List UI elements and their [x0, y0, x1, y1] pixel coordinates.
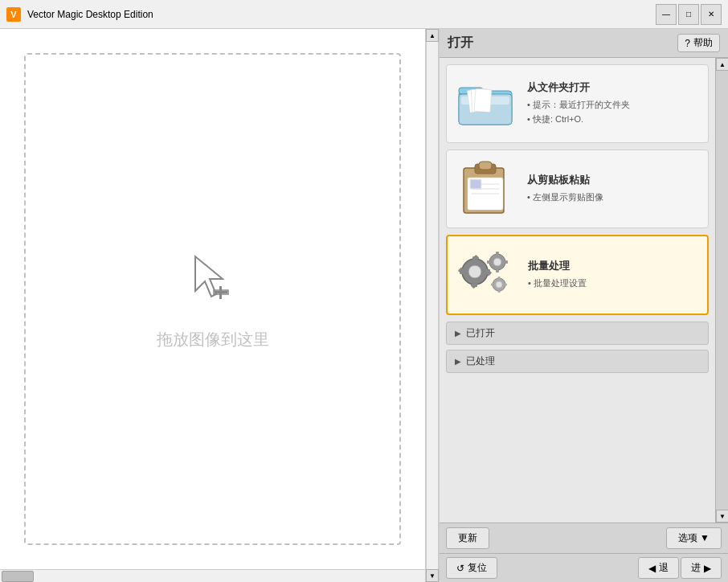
svg-point-33 [493, 258, 501, 266]
options-button[interactable]: 选项 ▼ [666, 527, 722, 549]
opened-arrow: ▶ [455, 329, 461, 338]
main-layout: 拖放图像到这里 ▲ ▼ 打开 ? 帮助 [0, 29, 728, 582]
batch-card[interactable]: 批量处理 批量处理设置 [446, 235, 709, 315]
undo-button[interactable]: ↺ 复位 [446, 557, 497, 579]
nav-back-forward: ◀ 退 进 ▶ [638, 557, 722, 579]
opened-section[interactable]: ▶ 已打开 [446, 322, 709, 345]
opened-label: 已打开 [466, 326, 495, 340]
folder-icon [453, 72, 517, 136]
window-controls: — □ ✕ [656, 4, 722, 25]
drop-text: 拖放图像到这里 [157, 329, 269, 350]
minimize-button[interactable]: — [656, 4, 677, 25]
window-title: Vector Magic Desktop Edition [27, 9, 656, 20]
svg-rect-34 [496, 252, 499, 255]
processed-section[interactable]: ▶ 已处理 [446, 350, 709, 373]
left-panel: 拖放图像到这里 [0, 29, 426, 582]
update-button[interactable]: 更新 [446, 527, 489, 549]
maximize-button[interactable]: □ [678, 4, 699, 25]
svg-rect-37 [505, 260, 508, 264]
processed-arrow: ▶ [455, 357, 461, 366]
undo-group: ↺ 复位 [446, 557, 497, 579]
batch-desc: 批量处理设置 [528, 277, 701, 291]
paste-clipboard-card[interactable]: 从剪贴板粘贴 左侧显示剪贴图像 [446, 150, 709, 228]
question-icon: ? [685, 38, 690, 49]
scroll-down-btn[interactable]: ▼ [426, 569, 439, 582]
bottom-bar: 更新 选项 ▼ [440, 523, 728, 553]
v-scroll-divider: ▲ ▼ [426, 29, 439, 582]
right-content: 从文件夹打开 提示：最近打开的文件夹 快捷: Ctrl+O. [440, 58, 715, 523]
svg-text:V: V [10, 10, 17, 19]
svg-rect-4 [219, 286, 222, 299]
opened-header: ▶ 已打开 [447, 322, 708, 344]
panel-title: 打开 [448, 35, 473, 51]
svg-rect-42 [491, 284, 493, 286]
right-scroll-outer: 从文件夹打开 提示：最近打开的文件夹 快捷: Ctrl+O. [440, 58, 728, 523]
processed-label: 已处理 [466, 355, 495, 368]
forward-button[interactable]: 进 ▶ [681, 557, 722, 579]
scroll-up-btn[interactable]: ▲ [426, 29, 439, 42]
drop-area[interactable]: 拖放图像到这里 [24, 53, 401, 545]
nav-bar: ↺ 复位 ◀ 退 进 ▶ [440, 553, 728, 582]
svg-rect-36 [487, 260, 490, 264]
svg-point-39 [496, 281, 502, 288]
svg-point-23 [468, 265, 481, 278]
close-button[interactable]: ✕ [701, 4, 722, 25]
panel-header: 打开 ? 帮助 [440, 29, 728, 58]
forward-icon: ▶ [704, 563, 711, 574]
back-icon: ◀ [648, 563, 656, 574]
h-scrollbar[interactable] [0, 569, 425, 582]
title-bar: V Vector Magic Desktop Edition — □ ✕ [0, 0, 728, 29]
svg-rect-21 [471, 180, 481, 188]
scrollbar-down-btn[interactable]: ▼ [716, 510, 728, 523]
batch-content: 批量处理 批量处理设置 [528, 259, 701, 291]
svg-rect-12 [474, 88, 492, 112]
open-folder-title: 从文件夹打开 [527, 80, 701, 95]
h-scrollbar-thumb[interactable] [2, 571, 34, 582]
paste-clipboard-content: 从剪贴板粘贴 左侧显示剪贴图像 [527, 173, 701, 205]
paste-clipboard-title: 从剪贴板粘贴 [527, 173, 701, 187]
app-icon: V [6, 7, 21, 22]
paste-clipboard-desc: 左侧显示剪贴图像 [527, 191, 701, 205]
batch-title: 批量处理 [528, 259, 701, 273]
svg-rect-40 [498, 277, 501, 279]
right-scrollbar[interactable]: ▲ ▼ [715, 58, 728, 523]
back-button[interactable]: ◀ 退 [638, 557, 679, 579]
processed-header: ▶ 已处理 [447, 350, 708, 372]
batch-icon [454, 243, 518, 307]
svg-rect-35 [496, 269, 499, 273]
cursor-icon [181, 248, 245, 313]
help-button[interactable]: ? 帮助 [677, 34, 720, 52]
open-folder-desc: 提示：最近打开的文件夹 快捷: Ctrl+O. [527, 98, 701, 126]
clipboard-icon [453, 157, 517, 221]
scrollbar-up-btn[interactable]: ▲ [716, 58, 728, 71]
open-folder-content: 从文件夹打开 提示：最近打开的文件夹 快捷: Ctrl+O. [527, 80, 701, 126]
svg-rect-15 [479, 162, 492, 170]
open-folder-card[interactable]: 从文件夹打开 提示：最近打开的文件夹 快捷: Ctrl+O. [446, 64, 709, 143]
right-panel: 打开 ? 帮助 [439, 29, 728, 582]
svg-rect-41 [498, 290, 501, 293]
undo-icon: ↺ [456, 563, 464, 574]
scrollbar-track[interactable] [716, 71, 728, 510]
svg-rect-43 [505, 284, 507, 286]
